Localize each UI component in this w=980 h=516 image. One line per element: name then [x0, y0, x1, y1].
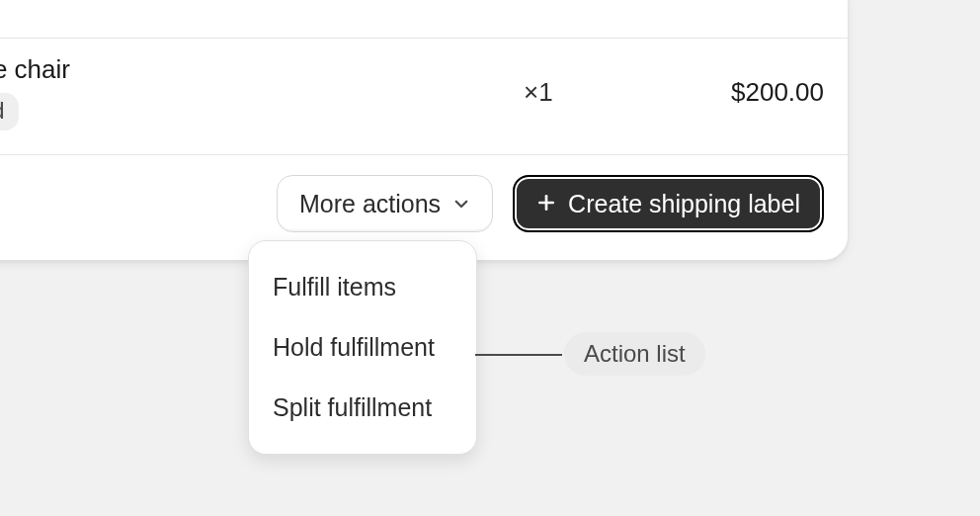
- dropdown-item-split-fulfillment[interactable]: Split fulfillment: [249, 378, 476, 438]
- plus-icon: [536, 189, 556, 218]
- callout-label: Action list: [564, 332, 705, 376]
- line-item-main: nge chair od: [0, 54, 500, 130]
- order-card: nge chair od ×1 $200.00 More actions Cre…: [0, 0, 848, 260]
- dropdown-item-fulfill-items[interactable]: Fulfill items: [249, 257, 476, 317]
- line-item-row: nge chair od ×1 $200.00: [0, 39, 848, 155]
- actions-row: More actions Create shipping label: [0, 155, 848, 232]
- more-actions-label: More actions: [299, 189, 441, 218]
- more-actions-dropdown: Fulfill items Hold fulfillment Split ful…: [248, 240, 477, 455]
- create-shipping-label-label: Create shipping label: [568, 189, 800, 218]
- line-item-variant-pill: od: [0, 93, 19, 130]
- create-shipping-label-button[interactable]: Create shipping label: [513, 175, 824, 232]
- dropdown-item-hold-fulfillment[interactable]: Hold fulfillment: [249, 317, 476, 378]
- chevron-down-icon: [452, 189, 470, 218]
- card-top-spacer: [0, 0, 848, 39]
- line-item-title: nge chair: [0, 54, 500, 85]
- more-actions-button[interactable]: More actions: [277, 175, 493, 232]
- line-item-price: $200.00: [656, 77, 824, 108]
- callout-connector-line: [475, 354, 562, 356]
- line-item-quantity: ×1: [524, 77, 632, 108]
